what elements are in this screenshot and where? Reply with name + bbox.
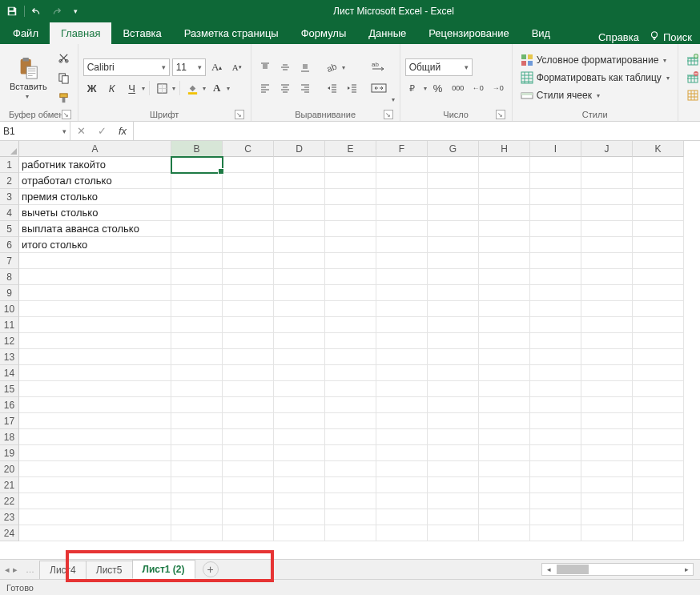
cell[interactable] <box>530 445 581 461</box>
sheet-tab[interactable]: Лист5 <box>86 561 133 579</box>
cell[interactable] <box>325 381 376 397</box>
cell[interactable] <box>633 253 684 269</box>
cell[interactable] <box>325 525 376 541</box>
cell[interactable] <box>325 349 376 365</box>
cell[interactable] <box>223 301 274 317</box>
cell[interactable] <box>171 445 223 461</box>
cell[interactable] <box>428 461 479 477</box>
cell[interactable] <box>223 525 274 541</box>
row-header[interactable]: 8 <box>0 269 19 285</box>
row-header[interactable]: 18 <box>0 429 19 445</box>
cell[interactable] <box>171 333 223 349</box>
cell[interactable] <box>479 381 530 397</box>
formula-input[interactable] <box>134 122 700 140</box>
cell[interactable] <box>581 237 633 253</box>
fill-color-button[interactable] <box>184 79 202 97</box>
undo-icon[interactable] <box>30 4 44 18</box>
cell[interactable] <box>633 173 684 189</box>
select-all-corner[interactable] <box>0 141 19 157</box>
cell[interactable] <box>223 317 274 333</box>
cell[interactable] <box>325 317 376 333</box>
cell[interactable] <box>479 237 530 253</box>
cell[interactable] <box>223 221 274 237</box>
bold-button[interactable]: Ж <box>83 79 101 97</box>
tab-page-layout[interactable]: Разметка страницы <box>173 22 290 44</box>
cell[interactable] <box>633 317 684 333</box>
align-top-button[interactable] <box>256 58 274 76</box>
cell[interactable] <box>428 253 479 269</box>
decrease-decimal-button[interactable]: →0 <box>489 79 507 97</box>
cell[interactable] <box>274 173 325 189</box>
cell[interactable] <box>19 301 171 317</box>
spreadsheet-grid[interactable]: ABCDEFGHIJK 1234567891011121314151617181… <box>0 141 700 559</box>
cell[interactable] <box>428 269 479 285</box>
cell[interactable] <box>274 397 325 413</box>
cell[interactable] <box>171 189 223 205</box>
cell[interactable] <box>428 397 479 413</box>
row-header[interactable]: 21 <box>0 477 19 493</box>
cell[interactable] <box>376 509 428 525</box>
cell[interactable] <box>274 221 325 237</box>
row-header[interactable]: 2 <box>0 173 19 189</box>
cell[interactable] <box>376 301 428 317</box>
cell[interactable] <box>223 381 274 397</box>
cell[interactable] <box>530 525 581 541</box>
cell[interactable] <box>479 413 530 429</box>
align-right-button[interactable] <box>296 79 314 97</box>
cell[interactable] <box>171 509 223 525</box>
row-header[interactable]: 12 <box>0 333 19 349</box>
row-header[interactable]: 15 <box>0 381 19 397</box>
cell[interactable] <box>325 301 376 317</box>
cell[interactable] <box>223 333 274 349</box>
cell[interactable] <box>530 285 581 301</box>
cell[interactable] <box>171 413 223 429</box>
cell[interactable] <box>633 445 684 461</box>
cell[interactable] <box>530 429 581 445</box>
cell[interactable] <box>171 221 223 237</box>
cell[interactable] <box>376 253 428 269</box>
column-header[interactable]: H <box>479 141 530 157</box>
cell[interactable] <box>325 189 376 205</box>
cell[interactable]: работник такойто <box>19 157 171 173</box>
cell[interactable] <box>19 381 171 397</box>
cell[interactable] <box>223 461 274 477</box>
column-header[interactable]: K <box>633 141 684 157</box>
cell[interactable] <box>325 477 376 493</box>
cell[interactable] <box>223 189 274 205</box>
row-header[interactable]: 14 <box>0 365 19 381</box>
cell[interactable] <box>376 445 428 461</box>
cell[interactable] <box>633 285 684 301</box>
cell[interactable] <box>376 173 428 189</box>
cancel-formula-button[interactable]: ✕ <box>70 125 91 137</box>
format-cells-button[interactable]: Формат▾ <box>683 86 700 104</box>
cell[interactable] <box>530 317 581 333</box>
cell[interactable] <box>223 397 274 413</box>
cell[interactable] <box>581 477 633 493</box>
cell[interactable] <box>223 445 274 461</box>
cell[interactable] <box>633 301 684 317</box>
column-header[interactable]: E <box>325 141 376 157</box>
cell[interactable] <box>530 493 581 509</box>
increase-font-button[interactable]: A▴ <box>208 58 226 76</box>
cell[interactable] <box>274 461 325 477</box>
row-header[interactable]: 10 <box>0 301 19 317</box>
cell[interactable] <box>325 205 376 221</box>
cell[interactable] <box>325 397 376 413</box>
cell[interactable] <box>171 269 223 285</box>
cell[interactable] <box>171 301 223 317</box>
cell[interactable] <box>428 445 479 461</box>
cell[interactable] <box>479 477 530 493</box>
tab-view[interactable]: Вид <box>521 22 562 44</box>
copy-button[interactable] <box>55 69 73 86</box>
cell[interactable] <box>428 429 479 445</box>
cell[interactable] <box>274 429 325 445</box>
row-header[interactable]: 11 <box>0 317 19 333</box>
format-as-table-button[interactable]: Форматировать как таблицу▾ <box>517 69 673 86</box>
sheet-nav-next-icon[interactable]: ▸ <box>13 565 18 575</box>
cell[interactable] <box>530 253 581 269</box>
cell[interactable] <box>19 365 171 381</box>
search-tell-me[interactable]: Поиск <box>649 30 692 44</box>
cell[interactable] <box>633 237 684 253</box>
cell[interactable] <box>633 493 684 509</box>
cell[interactable] <box>376 461 428 477</box>
